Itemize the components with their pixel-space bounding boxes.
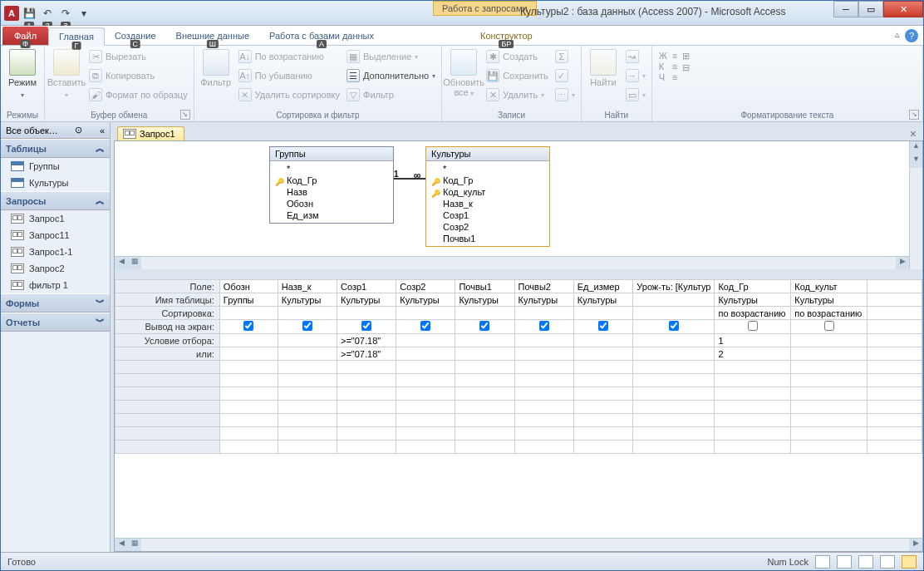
grid-cell[interactable]	[514, 334, 573, 347]
grid-cell[interactable]	[791, 441, 867, 454]
grid-cell[interactable]	[573, 307, 633, 320]
grid-cell[interactable]	[514, 414, 573, 427]
grid-cell[interactable]	[219, 320, 278, 334]
grid-cell[interactable]	[396, 414, 455, 427]
grid-cell[interactable]	[867, 334, 922, 347]
advanced-filter-button[interactable]: ☰Дополнительно	[344, 66, 438, 85]
grid-cell[interactable]	[867, 361, 922, 374]
grid-cell[interactable]	[633, 441, 715, 454]
grid-cell[interactable]	[219, 307, 278, 320]
grid-cell[interactable]: Культуры	[715, 293, 791, 307]
grid-hscrollbar[interactable]: ◀▦▶	[115, 538, 922, 551]
grid-cell[interactable]	[867, 427, 922, 441]
delete-record-button[interactable]: ✕Удалить	[484, 86, 551, 104]
table-field[interactable]: *	[273, 163, 390, 175]
grid-cell[interactable]	[791, 401, 867, 414]
grid-cell[interactable]: Культуры	[514, 293, 573, 307]
grid-cell[interactable]: Код_культ	[791, 280, 867, 293]
grid-cell[interactable]	[715, 441, 791, 454]
grid-cell[interactable]: Культуры	[278, 293, 337, 307]
minimize-button[interactable]: ─	[833, 1, 858, 17]
table-field[interactable]: Код_культ	[430, 186, 546, 198]
nav-category[interactable]: Запросы︽	[1, 191, 110, 210]
grid-cell[interactable]	[633, 293, 715, 307]
table-field[interactable]: Назв_к	[430, 198, 546, 209]
grid-cell[interactable]	[867, 374, 922, 387]
grid-cell[interactable]	[337, 307, 396, 320]
grid-cell[interactable]	[337, 320, 396, 334]
grid-cell[interactable]	[278, 414, 337, 427]
grid-cell[interactable]	[715, 427, 791, 441]
goto-button[interactable]: →	[623, 66, 648, 85]
grid-cell[interactable]	[514, 320, 573, 334]
grid-cell[interactable]	[455, 414, 514, 427]
datasheet-view-button[interactable]	[815, 555, 830, 569]
show-checkbox[interactable]	[243, 321, 253, 331]
table-box-cultures[interactable]: Культуры *Код_ГрКод_культНазв_кСозр1Созр…	[425, 146, 550, 247]
grid-cell[interactable]	[219, 441, 278, 454]
grid-cell[interactable]	[514, 307, 573, 320]
nav-category[interactable]: Формы︾	[1, 293, 110, 313]
grid-cell[interactable]	[278, 427, 337, 441]
grid-cell[interactable]	[633, 387, 715, 401]
grid-cell[interactable]	[791, 414, 867, 427]
grid-cell[interactable]	[791, 320, 867, 334]
spelling-button[interactable]: ✓	[553, 66, 578, 85]
grid-cell[interactable]	[219, 427, 278, 441]
diagram-hscrollbar[interactable]: ◀▦▶	[115, 256, 909, 269]
grid-cell[interactable]	[337, 387, 396, 401]
grid-cell[interactable]	[715, 374, 791, 387]
table-field[interactable]: Ед_изм	[273, 209, 390, 221]
grid-cell[interactable]: Культуры	[455, 293, 514, 307]
grid-cell[interactable]	[219, 374, 278, 387]
grid-cell[interactable]: Код_Гр	[715, 280, 791, 293]
grid-cell[interactable]	[791, 387, 867, 401]
grid-cell[interactable]	[715, 361, 791, 374]
show-checkbox[interactable]	[479, 321, 489, 331]
grid-cell[interactable]	[219, 361, 278, 374]
grid-cell[interactable]	[278, 347, 337, 361]
grid-cell[interactable]	[455, 401, 514, 414]
grid-cell[interactable]: Почвы2	[514, 280, 573, 293]
grid-cell[interactable]: Созр1	[337, 280, 396, 293]
grid-cell[interactable]	[573, 441, 633, 454]
toggle-filter-button[interactable]: ▽Фильтр	[344, 86, 438, 104]
grid-cell[interactable]	[633, 427, 715, 441]
qat-undo-button[interactable]: ↶2	[39, 5, 56, 22]
grid-cell[interactable]	[337, 374, 396, 387]
sort-asc-button[interactable]: A↓По возрастанию	[236, 47, 342, 66]
grid-cell[interactable]	[791, 374, 867, 387]
grid-cell[interactable]: Назв_к	[278, 280, 337, 293]
grid-cell[interactable]	[455, 320, 514, 334]
grid-cell[interactable]: >="07.18"	[337, 334, 396, 347]
cut-button[interactable]: ✂Вырезать	[86, 47, 190, 66]
grid-cell[interactable]	[715, 401, 791, 414]
show-checkbox[interactable]	[748, 321, 758, 331]
grid-cell[interactable]	[337, 361, 396, 374]
grid-cell[interactable]	[396, 427, 455, 441]
grid-cell[interactable]: Культуры	[337, 293, 396, 307]
nav-item[interactable]: фильтр 1	[1, 277, 110, 293]
document-tab[interactable]: Запрос1	[117, 126, 184, 140]
grid-cell[interactable]	[396, 347, 455, 361]
grid-cell[interactable]: Культуры	[396, 293, 455, 307]
grid-cell[interactable]	[715, 320, 791, 334]
grid-cell[interactable]	[337, 427, 396, 441]
grid-cell[interactable]	[396, 361, 455, 374]
grid-cell[interactable]	[278, 387, 337, 401]
grid-cell[interactable]	[514, 441, 573, 454]
grid-cell[interactable]: Созр2	[396, 280, 455, 293]
grid-cell[interactable]	[396, 334, 455, 347]
query-grid[interactable]: Поле:ОбознНазв_кСозр1Созр2Почвы1Почвы2Ед…	[115, 279, 922, 551]
grid-cell[interactable]: Обозн	[219, 280, 278, 293]
grid-cell[interactable]	[633, 334, 715, 347]
grid-cell[interactable]	[715, 414, 791, 427]
grid-cell[interactable]	[867, 387, 922, 401]
grid-cell[interactable]	[219, 414, 278, 427]
grid-cell[interactable]	[633, 347, 715, 361]
grid-cell[interactable]: по возрастанию	[791, 307, 867, 320]
grid-cell[interactable]	[337, 401, 396, 414]
table-field[interactable]: *	[430, 163, 546, 175]
grid-cell[interactable]	[455, 387, 514, 401]
grid-cell[interactable]	[791, 334, 867, 347]
